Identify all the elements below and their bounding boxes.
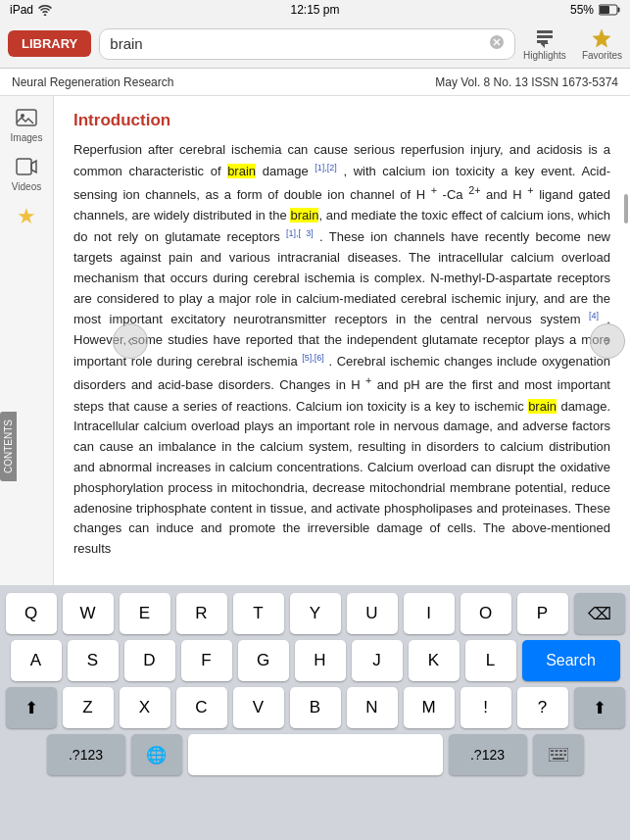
highlights-icon bbox=[534, 27, 556, 49]
key-m[interactable]: M bbox=[404, 687, 455, 728]
article-area: ‹ › Introduction Reperfusion after cereb… bbox=[54, 96, 630, 585]
keyboard-key[interactable] bbox=[533, 734, 584, 775]
key-z[interactable]: Z bbox=[63, 687, 114, 728]
journal-meta: May Vol. 8 No. 13 ISSN 1673-5374 bbox=[435, 75, 618, 89]
key-r[interactable]: R bbox=[176, 593, 227, 634]
shift-left-key[interactable]: ⬆ bbox=[6, 687, 57, 728]
svg-rect-8 bbox=[537, 40, 548, 43]
search-bar[interactable]: brain bbox=[99, 28, 515, 60]
svg-rect-15 bbox=[555, 750, 557, 752]
keyboard-row-2: A S D F G H J K L Search bbox=[4, 640, 626, 681]
favorites-button[interactable]: Favorites bbox=[582, 27, 622, 61]
key-e[interactable]: E bbox=[120, 593, 170, 634]
key-n[interactable]: N bbox=[347, 687, 398, 728]
status-right: 55% bbox=[570, 3, 620, 17]
left-sidebar: Images Videos ★ bbox=[0, 96, 54, 585]
highlight-brain-2: brain bbox=[290, 208, 318, 222]
article-body: Reperfusion after cerebral ischemia can … bbox=[73, 140, 610, 560]
key-s[interactable]: S bbox=[68, 640, 119, 681]
status-left: iPad bbox=[10, 3, 52, 17]
key-o[interactable]: O bbox=[460, 593, 511, 634]
key-j[interactable]: J bbox=[352, 640, 403, 681]
keyboard-row-3: ⬆ Z X C V B N M ! ? ⬆ bbox=[4, 687, 626, 728]
key-u[interactable]: U bbox=[347, 593, 398, 634]
status-time: 12:15 pm bbox=[290, 3, 339, 17]
key-q[interactable]: Q bbox=[6, 593, 57, 634]
key-x[interactable]: X bbox=[120, 687, 170, 728]
ref-4[interactable]: [5],[6] bbox=[302, 353, 324, 363]
svg-rect-16 bbox=[559, 750, 562, 752]
key-y[interactable]: Y bbox=[290, 593, 341, 634]
svg-rect-14 bbox=[551, 750, 554, 752]
bookmark-icon: ★ bbox=[17, 204, 36, 229]
battery-percent: 55% bbox=[570, 3, 594, 17]
key-c[interactable]: C bbox=[176, 687, 227, 728]
key-v[interactable]: V bbox=[233, 687, 284, 728]
backspace-key[interactable]: ⌫ bbox=[574, 593, 625, 634]
contents-tab[interactable]: CONTENTS bbox=[0, 412, 17, 481]
svg-rect-6 bbox=[537, 30, 553, 33]
key-b[interactable]: B bbox=[290, 687, 341, 728]
favorites-label: Favorites bbox=[582, 50, 622, 61]
ref-3[interactable]: [4] bbox=[589, 311, 599, 321]
key-a[interactable]: A bbox=[11, 640, 62, 681]
keyboard-row-4: .?123 🌐 .?123 bbox=[4, 734, 626, 775]
key-w[interactable]: W bbox=[63, 593, 114, 634]
videos-icon bbox=[15, 155, 38, 178]
battery-icon bbox=[599, 4, 620, 16]
journal-title: Neural Regeneration Research bbox=[12, 75, 173, 89]
ipad-label: iPad bbox=[10, 3, 33, 17]
search-input[interactable]: brain bbox=[110, 35, 489, 52]
svg-marker-9 bbox=[593, 29, 610, 47]
videos-label: Videos bbox=[12, 181, 41, 192]
ref-1[interactable]: [1],[2] bbox=[315, 163, 337, 173]
highlight-brain-1: brain bbox=[227, 164, 256, 178]
highlights-button[interactable]: Highlights bbox=[523, 27, 566, 61]
key-p[interactable]: P bbox=[517, 593, 568, 634]
svg-rect-19 bbox=[555, 754, 557, 756]
keyboard-icon bbox=[549, 748, 568, 762]
top-bar: LIBRARY brain Highlights Favorites bbox=[0, 20, 630, 69]
svg-rect-21 bbox=[563, 754, 566, 756]
highlight-brain-3: brain bbox=[528, 399, 557, 414]
top-icons: Highlights Favorites bbox=[523, 27, 622, 61]
images-icon bbox=[15, 106, 38, 129]
key-i[interactable]: I bbox=[404, 593, 455, 634]
library-button[interactable]: LIBRARY bbox=[8, 30, 91, 57]
key-t[interactable]: T bbox=[233, 593, 284, 634]
sidebar-bookmark[interactable]: ★ bbox=[17, 204, 36, 229]
globe-key[interactable]: 🌐 bbox=[131, 734, 182, 775]
key-l[interactable]: L bbox=[465, 640, 516, 681]
sidebar-images[interactable]: Images bbox=[11, 106, 43, 143]
next-page-button[interactable]: › bbox=[590, 323, 625, 359]
space-key[interactable] bbox=[188, 734, 443, 775]
search-key[interactable]: Search bbox=[522, 640, 620, 681]
key-k[interactable]: K bbox=[409, 640, 460, 681]
key-exclaim[interactable]: ! bbox=[460, 687, 511, 728]
keyboard: Q W E R T Y U I O P ⌫ A S D F G H J K L … bbox=[0, 585, 630, 840]
main-area: Images Videos ★ ‹ › Introduction Reperfu… bbox=[0, 96, 630, 585]
svg-rect-17 bbox=[563, 750, 566, 752]
sidebar-videos[interactable]: Videos bbox=[12, 155, 41, 192]
key-d[interactable]: D bbox=[124, 640, 175, 681]
key-h[interactable]: H bbox=[295, 640, 346, 681]
shift-right-key[interactable]: ⬆ bbox=[574, 687, 625, 728]
svg-rect-22 bbox=[553, 758, 564, 760]
keyboard-row-1: Q W E R T Y U I O P ⌫ bbox=[4, 593, 626, 634]
svg-rect-1 bbox=[618, 8, 620, 13]
num-right-key[interactable]: .?123 bbox=[449, 734, 527, 775]
key-g[interactable]: G bbox=[238, 640, 289, 681]
num-left-key[interactable]: .?123 bbox=[47, 734, 125, 775]
highlights-label: Highlights bbox=[523, 50, 566, 61]
key-f[interactable]: F bbox=[181, 640, 232, 681]
svg-rect-20 bbox=[559, 754, 562, 756]
prev-page-button[interactable]: ‹ bbox=[113, 323, 148, 359]
key-question[interactable]: ? bbox=[517, 687, 568, 728]
search-clear-icon[interactable] bbox=[489, 34, 505, 53]
svg-rect-12 bbox=[17, 159, 31, 174]
ref-2[interactable]: [1],[ 3] bbox=[286, 228, 314, 238]
svg-rect-7 bbox=[537, 35, 553, 38]
scroll-indicator bbox=[624, 194, 628, 223]
article-title: Introduction bbox=[73, 111, 610, 130]
star-icon bbox=[591, 27, 612, 49]
